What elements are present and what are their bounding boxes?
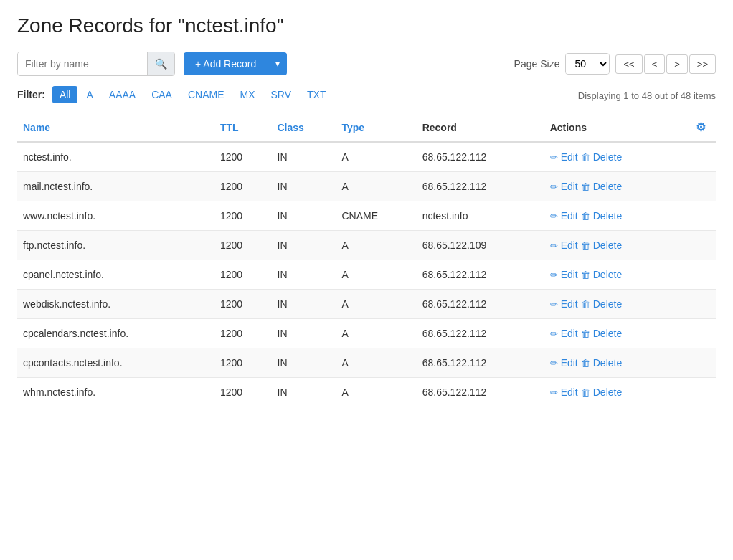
cell-class: IN (272, 172, 336, 201)
cell-type: A (336, 172, 416, 201)
col-actions: Actions (544, 113, 690, 142)
cell-class: IN (272, 231, 336, 260)
cell-gear (690, 231, 716, 260)
delete-icon (581, 210, 590, 222)
cell-actions: EditDelete (544, 172, 690, 201)
filter-btn-a[interactable]: A (79, 86, 100, 103)
delete-button[interactable]: Delete (581, 239, 622, 251)
cell-ttl: 1200 (214, 378, 272, 407)
edit-button[interactable]: Edit (550, 210, 578, 222)
search-button[interactable]: 🔍 (147, 52, 174, 75)
cell-actions: EditDelete (544, 348, 690, 378)
cell-type: A (336, 142, 416, 172)
cell-gear (690, 319, 716, 348)
cell-gear (690, 201, 716, 231)
col-class: Class (272, 113, 336, 142)
cell-ttl: 1200 (214, 231, 272, 260)
edit-button[interactable]: Edit (550, 151, 578, 163)
edit-icon (550, 328, 558, 339)
records-table: Name TTL Class Type Record Actions ⚙ nct… (17, 113, 716, 407)
pagination-first-button[interactable]: << (615, 54, 642, 74)
edit-icon (550, 181, 558, 192)
cell-record: 68.65.122.112 (417, 348, 544, 378)
page-title: Zone Records for "nctest.info" (17, 14, 716, 37)
filter-btn-srv[interactable]: SRV (264, 86, 299, 103)
cell-class: IN (272, 201, 336, 231)
delete-icon (581, 328, 590, 339)
page-size-label: Page Size (514, 58, 560, 70)
delete-button[interactable]: Delete (581, 151, 622, 163)
edit-icon (550, 386, 558, 398)
delete-icon (581, 269, 590, 280)
add-record-button[interactable]: + Add Record (184, 52, 268, 75)
cell-type: A (336, 378, 416, 407)
edit-button[interactable]: Edit (550, 298, 578, 310)
edit-button[interactable]: Edit (550, 239, 578, 251)
cell-name: webdisk.nctest.info. (17, 290, 214, 319)
add-record-dropdown-button[interactable]: ▾ (268, 52, 287, 75)
filter-btn-mx[interactable]: MX (233, 86, 263, 103)
delete-icon (581, 298, 590, 310)
cell-record: 68.65.122.112 (417, 290, 544, 319)
cell-class: IN (272, 319, 336, 348)
filter-btn-aaaa[interactable]: AAAA (102, 86, 143, 103)
edit-button[interactable]: Edit (550, 269, 578, 280)
delete-button[interactable]: Delete (581, 181, 622, 192)
filter-btn-cname[interactable]: CNAME (181, 86, 232, 103)
cell-ttl: 1200 (214, 172, 272, 201)
cell-ttl: 1200 (214, 348, 272, 378)
filter-label: Filter: (17, 89, 45, 100)
pagination-prev-button[interactable]: < (644, 54, 666, 74)
cell-record: nctest.info (417, 201, 544, 231)
delete-button[interactable]: Delete (581, 269, 622, 280)
edit-icon (550, 357, 558, 369)
cell-class: IN (272, 290, 336, 319)
table-header-row: Name TTL Class Type Record Actions ⚙ (17, 113, 716, 142)
edit-button[interactable]: Edit (550, 386, 578, 398)
cell-actions: EditDelete (544, 142, 690, 172)
cell-gear (690, 260, 716, 290)
table-row: cpcontacts.nctest.info.1200INA68.65.122.… (17, 348, 716, 378)
cell-name: ftp.nctest.info. (17, 231, 214, 260)
edit-button[interactable]: Edit (550, 357, 578, 369)
filter-row: Filter: AllAAAAACAACNAMEMXSRVTXT (17, 86, 334, 103)
delete-button[interactable]: Delete (581, 328, 622, 339)
col-gear: ⚙ (690, 113, 716, 142)
gear-icon[interactable]: ⚙ (696, 121, 706, 133)
filter-buttons: AllAAAAACAACNAMEMXSRVTXT (52, 86, 334, 103)
cell-name: cpcalendars.nctest.info. (17, 319, 214, 348)
pagination-controls: << < > >> (615, 54, 716, 74)
filter-btn-all[interactable]: All (52, 86, 78, 103)
cell-class: IN (272, 260, 336, 290)
filter-btn-txt[interactable]: TXT (300, 86, 333, 103)
cell-name: mail.nctest.info. (17, 172, 214, 201)
delete-button[interactable]: Delete (581, 386, 622, 398)
cell-gear (690, 290, 716, 319)
cell-actions: EditDelete (544, 319, 690, 348)
cell-actions: EditDelete (544, 378, 690, 407)
filter-btn-caa[interactable]: CAA (144, 86, 179, 103)
delete-button[interactable]: Delete (581, 210, 622, 222)
page-size-area: Page Size 10 20 50 100 << < > >> (514, 53, 716, 75)
display-info: Displaying 1 to 48 out of 48 items (578, 90, 716, 101)
edit-button[interactable]: Edit (550, 181, 578, 192)
cell-name: www.nctest.info. (17, 201, 214, 231)
cell-class: IN (272, 348, 336, 378)
cell-name: cpanel.nctest.info. (17, 260, 214, 290)
delete-button[interactable]: Delete (581, 357, 622, 369)
delete-button[interactable]: Delete (581, 298, 622, 310)
cell-record: 68.65.122.112 (417, 260, 544, 290)
table-row: ftp.nctest.info.1200INA68.65.122.109Edit… (17, 231, 716, 260)
col-name: Name (17, 113, 214, 142)
table-row: webdisk.nctest.info.1200INA68.65.122.112… (17, 290, 716, 319)
delete-icon (581, 239, 590, 251)
page-size-select[interactable]: 10 20 50 100 (566, 54, 609, 74)
delete-icon (581, 386, 590, 398)
cell-ttl: 1200 (214, 260, 272, 290)
pagination-last-button[interactable]: >> (689, 54, 716, 74)
search-wrapper: 🔍 (17, 52, 175, 76)
pagination-next-button[interactable]: > (666, 54, 688, 74)
search-input[interactable] (18, 52, 147, 75)
cell-record: 68.65.122.109 (417, 231, 544, 260)
edit-button[interactable]: Edit (550, 328, 578, 339)
